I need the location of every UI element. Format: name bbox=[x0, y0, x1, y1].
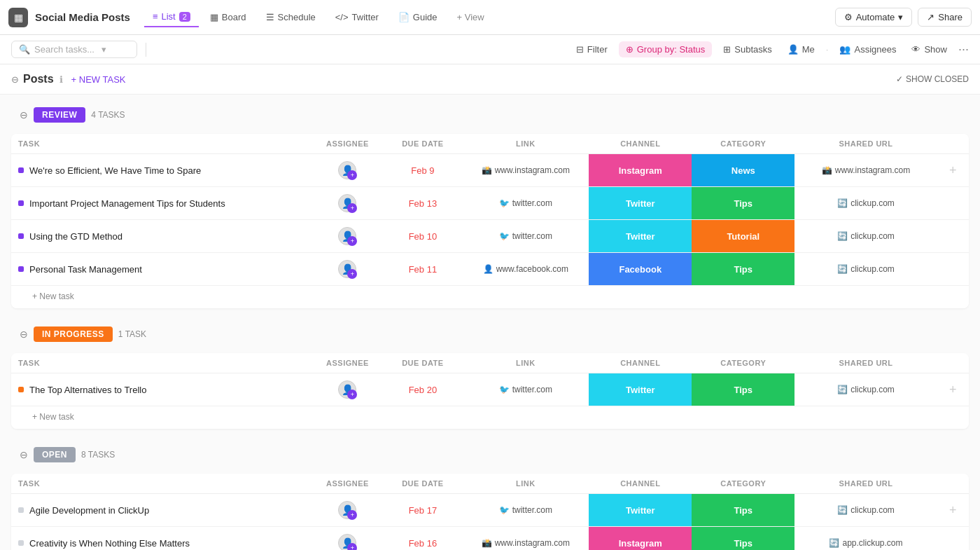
channel-cell[interactable]: Facebook bbox=[589, 253, 692, 286]
more-options-button[interactable]: ··· bbox=[958, 42, 969, 57]
shared-url-cell[interactable]: 📸www.instagram.com bbox=[802, 165, 930, 175]
tab-board[interactable]: ▦ Board bbox=[202, 8, 255, 27]
new-task-row[interactable]: + New task bbox=[11, 286, 969, 309]
shared-url-text: clickup.com bbox=[850, 198, 895, 208]
collapse-review-button[interactable]: ⊖ bbox=[20, 109, 28, 121]
avatar[interactable]: 👤+ bbox=[338, 534, 356, 550]
add-column-button[interactable] bbox=[937, 187, 969, 220]
shared-url-cell[interactable]: 🔄app.clickup.com bbox=[802, 538, 930, 548]
link-cell[interactable]: 📸www.instagram.com bbox=[469, 538, 582, 548]
col-header-channel: CHANNEL bbox=[589, 134, 692, 154]
link-url-text: twitter.com bbox=[512, 231, 552, 241]
search-box[interactable]: 🔍 Search tasks... ▾ bbox=[11, 41, 137, 58]
channel-cell[interactable]: Instagram bbox=[589, 527, 692, 551]
me-button[interactable]: 👤 Me bbox=[783, 41, 819, 57]
group-badge-open[interactable]: OPEN bbox=[34, 447, 76, 462]
add-view-button[interactable]: + View bbox=[449, 8, 493, 27]
table-row[interactable]: The Top Alternatives to Trello👤+Feb 20🐦t… bbox=[11, 373, 969, 406]
share-button[interactable]: ↗ Share bbox=[918, 8, 972, 27]
add-assignee-icon[interactable]: + bbox=[347, 236, 357, 246]
add-assignee-icon[interactable]: + bbox=[347, 390, 357, 399]
link-cell[interactable]: 🐦twitter.com bbox=[469, 198, 582, 208]
due-date-cell[interactable]: Feb 10 bbox=[383, 220, 462, 253]
add-assignee-icon[interactable]: + bbox=[347, 269, 357, 279]
add-assignee-icon[interactable]: + bbox=[347, 170, 357, 180]
collapse-inprogress-button[interactable]: ⊖ bbox=[20, 329, 28, 340]
add-assignee-icon[interactable]: + bbox=[347, 510, 357, 520]
avatar[interactable]: 👤+ bbox=[338, 260, 356, 278]
category-cell[interactable]: Tips bbox=[692, 253, 794, 286]
avatar[interactable]: 👤+ bbox=[338, 227, 356, 245]
category-cell[interactable]: Tips bbox=[692, 527, 794, 551]
collapse-open-button[interactable]: ⊖ bbox=[20, 449, 28, 460]
avatar[interactable]: 👤+ bbox=[338, 161, 356, 179]
table-row[interactable]: We're so Efficient, We Have Time to Spar… bbox=[11, 154, 969, 187]
group-badge-inprogress[interactable]: IN PROGRESS bbox=[34, 326, 113, 342]
tab-twitter[interactable]: </> Twitter bbox=[327, 8, 387, 27]
channel-cell[interactable]: Twitter bbox=[589, 494, 692, 527]
show-closed-button[interactable]: ✓ SHOW CLOSED bbox=[896, 74, 969, 84]
add-assignee-icon[interactable]: + bbox=[347, 543, 357, 550]
tab-guide[interactable]: 📄 Guide bbox=[390, 8, 446, 27]
category-cell[interactable]: Tips bbox=[692, 373, 794, 406]
link-cell[interactable]: 🐦twitter.com bbox=[469, 505, 582, 515]
tab-list[interactable]: ≡ List 2 bbox=[144, 7, 199, 27]
group-by-button[interactable]: ⊕ Group by: Status bbox=[619, 41, 713, 57]
assignees-button[interactable]: 👥 Assignees bbox=[835, 41, 900, 57]
avatar[interactable]: 👤+ bbox=[338, 380, 356, 399]
add-column-button[interactable]: + bbox=[937, 154, 969, 187]
due-date-cell[interactable]: Feb 13 bbox=[383, 187, 462, 220]
filter-button[interactable]: ⊟ Filter bbox=[572, 41, 612, 57]
group-header-open: ⊖OPEN8 TASKS bbox=[11, 440, 969, 469]
table-row[interactable]: Personal Task Management👤+Feb 11👤www.fac… bbox=[11, 253, 969, 286]
due-date-cell[interactable]: Feb 16 bbox=[383, 527, 462, 551]
link-cell[interactable]: 🐦twitter.com bbox=[469, 231, 582, 241]
category-cell[interactable]: Tips bbox=[692, 187, 794, 220]
shared-url-cell[interactable]: 🔄clickup.com bbox=[802, 505, 930, 515]
table-row[interactable]: Important Project Management Tips for St… bbox=[11, 187, 969, 220]
channel-cell[interactable]: Twitter bbox=[589, 187, 692, 220]
new-task-row[interactable]: + New task bbox=[11, 406, 969, 429]
add-column-button[interactable] bbox=[937, 220, 969, 253]
category-cell[interactable]: News bbox=[692, 154, 794, 187]
link-cell[interactable]: 👤www.facebook.com bbox=[469, 264, 582, 274]
col-header-task: TASK bbox=[11, 474, 312, 494]
tab-schedule[interactable]: ☰ Schedule bbox=[258, 8, 324, 27]
shared-url-cell[interactable]: 🔄clickup.com bbox=[802, 264, 930, 274]
category-cell[interactable]: Tutorial bbox=[692, 220, 794, 253]
col-header-category: CATEGORY bbox=[692, 353, 794, 373]
add-column-button[interactable]: + bbox=[937, 494, 969, 527]
group-badge-review[interactable]: REVIEW bbox=[34, 107, 85, 123]
avatar[interactable]: 👤+ bbox=[338, 501, 356, 519]
channel-cell[interactable]: Instagram bbox=[589, 154, 692, 187]
link-icon: 🐦 bbox=[499, 385, 510, 394]
show-button[interactable]: 👁 Show bbox=[907, 41, 951, 57]
add-column-button[interactable]: + bbox=[937, 373, 969, 406]
due-date-cell[interactable]: Feb 20 bbox=[383, 373, 462, 406]
table-row[interactable]: Creativity is When Nothing Else Matters👤… bbox=[11, 527, 969, 551]
due-date-cell[interactable]: Feb 11 bbox=[383, 253, 462, 286]
link-cell[interactable]: 📸www.instagram.com bbox=[469, 165, 582, 175]
collapse-posts-button[interactable]: ⊖ bbox=[11, 74, 19, 85]
due-date-cell[interactable]: Feb 9 bbox=[383, 154, 462, 187]
category-cell[interactable]: Tips bbox=[692, 494, 794, 527]
new-task-button[interactable]: + NEW TASK bbox=[71, 74, 126, 85]
table-row[interactable]: Agile Development in ClickUp👤+Feb 17🐦twi… bbox=[11, 494, 969, 527]
avatar[interactable]: 👤+ bbox=[338, 194, 356, 212]
shared-url-cell[interactable]: 🔄clickup.com bbox=[802, 198, 930, 208]
add-column-button[interactable] bbox=[937, 527, 969, 551]
shared-url-icon: 🔄 bbox=[837, 264, 848, 274]
guide-icon: 📄 bbox=[398, 12, 410, 22]
subtasks-button[interactable]: ⊞ Subtasks bbox=[719, 41, 776, 57]
channel-cell[interactable]: Twitter bbox=[589, 373, 692, 406]
shared-url-cell[interactable]: 🔄clickup.com bbox=[802, 231, 930, 241]
table-row[interactable]: Using the GTD Method👤+Feb 10🐦twitter.com… bbox=[11, 220, 969, 253]
channel-cell[interactable]: Twitter bbox=[589, 220, 692, 253]
link-cell[interactable]: 🐦twitter.com bbox=[469, 385, 582, 394]
info-icon[interactable]: ℹ bbox=[59, 74, 63, 85]
automate-button[interactable]: ⚙ Automate ▾ bbox=[835, 8, 913, 27]
add-column-button[interactable] bbox=[937, 253, 969, 286]
shared-url-cell[interactable]: 🔄clickup.com bbox=[802, 385, 930, 394]
add-assignee-icon[interactable]: + bbox=[347, 203, 357, 213]
due-date-cell[interactable]: Feb 17 bbox=[383, 494, 462, 527]
